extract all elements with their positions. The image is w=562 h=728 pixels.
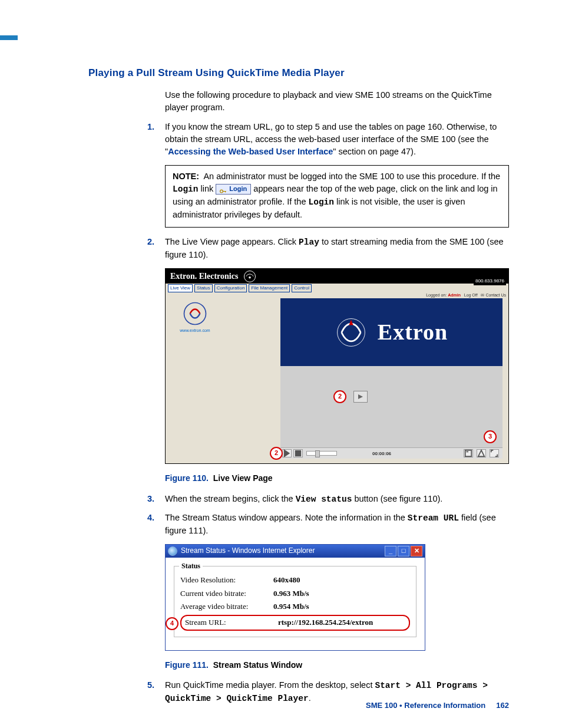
fig111-legend: Status: [179, 561, 203, 571]
step-number: 4.: [147, 512, 154, 524]
note-box: NOTE: An administrator must be logged in…: [165, 165, 509, 228]
step-number: 1.: [147, 121, 154, 133]
login-chip-label: Login: [229, 185, 247, 194]
window-maximize-button[interactable]: □: [398, 546, 409, 556]
svg-marker-8: [284, 449, 290, 457]
page-accent-bar: [0, 35, 18, 40]
step-4: 4. The Stream Status window appears. Not…: [165, 512, 509, 537]
link-logoff[interactable]: Log Off: [464, 293, 478, 297]
svg-rect-9: [295, 450, 302, 457]
figure-110-caption: Figure 110. Live View Page: [165, 472, 509, 484]
step-3: 3. When the stream begins, click the Vie…: [165, 493, 509, 506]
fig110-player: Extron 2 3 00:00:06: [280, 298, 503, 459]
extron-mark-icon: [335, 317, 367, 348]
footer-page-number: 162: [496, 701, 509, 710]
figure-110-live-view: Extron. Electronics 800.633.9876 Live Vi…: [165, 268, 509, 464]
fig110-video-text: Extron: [378, 316, 448, 348]
fig110-phone: 800.633.9876: [474, 277, 506, 285]
row-current-bitrate: Current video bitrate:0.963 Mb/s: [180, 588, 410, 599]
ctrl-time: 00:00:06: [372, 450, 391, 457]
tab-file-management[interactable]: File Management: [249, 284, 290, 292]
section-heading: Playing a Pull Stream Using QuickTime Me…: [88, 66, 509, 81]
fig110-control-bar: 00:00:06: [280, 447, 503, 459]
callout-3: 3: [484, 430, 497, 443]
ctrl-seek-slider[interactable]: [306, 451, 337, 456]
callout-2a: 2: [333, 390, 346, 403]
note-text-2: If the: [481, 172, 500, 181]
link-contact-us[interactable]: Contact Us: [485, 293, 506, 297]
svg-point-4: [184, 303, 206, 325]
step-text: When the stream begins, click the View s…: [165, 494, 442, 503]
fig110-side-logo[interactable]: www.extron.com: [174, 301, 216, 334]
step-number: 3.: [147, 493, 154, 505]
fig110-tabs: Live View Status Configuration File Mana…: [166, 284, 508, 292]
row-average-bitrate: Average video bitrate:0.954 Mb/s: [180, 601, 410, 612]
login-chip[interactable]: Login: [216, 184, 251, 195]
row-video-resolution: Video Resolution:640x480: [180, 575, 410, 586]
brand-mark-icon: [244, 271, 256, 282]
svg-rect-10: [465, 450, 472, 457]
ctrl-snapshot-icon[interactable]: [477, 449, 486, 457]
play-button[interactable]: [353, 391, 368, 403]
fig110-video-area: Extron: [280, 298, 503, 366]
svg-point-3: [249, 276, 252, 279]
step-text: The Stream Status window appears. Note t…: [165, 513, 496, 535]
step-number: 5.: [147, 679, 154, 691]
svg-point-0: [220, 190, 223, 193]
ie-icon: [168, 546, 177, 556]
footer-doc-title: SME 100 • Reference Information: [366, 701, 485, 710]
fig111-status-group: Status Video Resolution:640x480 Current …: [174, 566, 416, 637]
fig110-header: Extron. Electronics: [166, 269, 508, 284]
window-close-button[interactable]: ✕: [411, 546, 422, 556]
intro-paragraph: Use the following procedure to playback …: [165, 89, 509, 114]
step-2: 2. The Live View page appears. Click Pla…: [165, 236, 509, 261]
fig111-titlebar: Stream Status - Windows Internet Explore…: [166, 545, 425, 558]
figure-111-stream-status: Stream Status - Windows Internet Explore…: [165, 544, 425, 651]
ctrl-fullscreen-icon[interactable]: [490, 449, 499, 457]
step-text: Run QuickTime media player. From the des…: [165, 680, 488, 703]
callout-4: 4: [166, 617, 178, 630]
step-text: If you know the stream URL, go to step 5…: [165, 122, 497, 156]
fig111-title: Stream Status - Windows Internet Explore…: [181, 546, 315, 556]
tab-control[interactable]: Control: [292, 284, 312, 292]
page-footer: SME 100 • Reference Information 162: [366, 700, 509, 711]
figure-111-caption: Figure 111. Stream Status Window: [165, 659, 509, 671]
step-1: 1. If you know the stream URL, go to ste…: [165, 121, 509, 158]
note-label: NOTE:: [173, 172, 199, 181]
row-stream-url: Stream URL:rtsp://192.168.254.254/extron: [180, 615, 410, 631]
fig110-brand: Extron. Electronics: [170, 271, 238, 282]
note-text-1: An administrator must be logged into the…: [203, 172, 478, 181]
link-accessing-web-ui[interactable]: Accessing the Web-based User Interface: [168, 147, 333, 156]
svg-rect-11: [467, 452, 469, 453]
svg-marker-6: [349, 319, 353, 325]
step-number: 2.: [147, 236, 154, 248]
tab-status[interactable]: Status: [194, 284, 213, 292]
svg-rect-2: [225, 191, 226, 192]
ctrl-viewstatus-icon[interactable]: [464, 449, 473, 457]
ctrl-play-icon[interactable]: [282, 449, 292, 457]
key-icon: [220, 187, 227, 192]
ctrl-stop-icon[interactable]: [293, 449, 303, 457]
tab-live-view[interactable]: Live View: [168, 284, 193, 292]
tab-configuration[interactable]: Configuration: [214, 284, 247, 292]
svg-marker-7: [358, 394, 363, 399]
window-minimize-button[interactable]: _: [385, 546, 396, 556]
step-text: The Live View page appears. Click Play t…: [165, 237, 504, 259]
fig110-logon: Logged on: Admin Log Off ✉ Contact Us: [426, 292, 506, 298]
